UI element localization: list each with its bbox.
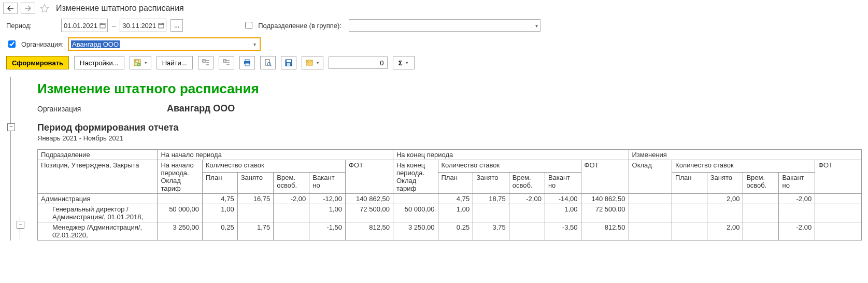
report-org-value: Авангард ООО bbox=[167, 103, 235, 114]
table-row[interactable]: Менеджер /Администрация/, 02.01.2020,3 2… bbox=[38, 222, 862, 240]
period-separator: – bbox=[112, 22, 116, 30]
tree-gutter: − − bbox=[0, 77, 31, 240]
arrow-right-icon bbox=[24, 5, 32, 11]
th-busy: Занято bbox=[473, 172, 509, 193]
save-variant-button[interactable]: ▾ bbox=[130, 56, 151, 69]
settings-button[interactable]: Настройки... bbox=[74, 56, 124, 69]
star-icon bbox=[40, 4, 49, 13]
chevron-down-icon[interactable]: ▾ bbox=[249, 38, 260, 50]
th-plan: План bbox=[202, 172, 237, 193]
favorite-button[interactable] bbox=[38, 2, 51, 15]
organization-combo[interactable]: Авангард ООО ▾ bbox=[68, 37, 261, 51]
th-position: Позиция, Утверждена, Закрыта bbox=[38, 160, 158, 194]
svg-rect-0 bbox=[100, 23, 105, 28]
organization-value: Авангард ООО bbox=[71, 40, 120, 48]
collapse-all-button[interactable] bbox=[219, 56, 234, 69]
print-button[interactable] bbox=[239, 56, 255, 69]
th-busy: Занято bbox=[237, 172, 274, 193]
send-button[interactable]: ▾ bbox=[302, 56, 323, 69]
th-end-period: На конец периода bbox=[393, 150, 629, 160]
th-temp: Врем. освоб. bbox=[509, 172, 545, 193]
th-count: Количество ставок bbox=[672, 160, 815, 173]
organization-checkbox[interactable] bbox=[8, 40, 16, 48]
th-fot: ФОТ bbox=[581, 160, 629, 194]
table-row[interactable]: Администрация4,7516,75-2,00-12,00140 862… bbox=[38, 194, 862, 204]
th-plan: План bbox=[672, 172, 707, 193]
back-button[interactable] bbox=[3, 3, 18, 14]
calendar-icon[interactable] bbox=[158, 22, 164, 29]
th-salary: Оклад bbox=[629, 160, 672, 194]
report-table: Подразделение На начало периода На конец… bbox=[37, 149, 862, 240]
floppy-icon bbox=[285, 59, 292, 66]
svg-rect-22 bbox=[245, 60, 249, 61]
chevron-down-icon: ▾ bbox=[406, 60, 408, 65]
report-period-text: Январь 2021 - Ноябрь 2021 bbox=[37, 134, 862, 142]
calendar-icon[interactable] bbox=[99, 22, 106, 29]
print-icon bbox=[244, 59, 251, 66]
th-fot: ФОТ bbox=[815, 160, 862, 194]
th-busy: Занято bbox=[707, 172, 743, 193]
save-button[interactable] bbox=[281, 56, 296, 69]
period-label: Период: bbox=[6, 22, 57, 30]
preview-button[interactable] bbox=[260, 56, 276, 69]
svg-rect-4 bbox=[159, 23, 164, 28]
th-count: Количество ставок bbox=[202, 160, 345, 173]
date-from-input[interactable]: 01.01.2021 bbox=[61, 19, 108, 32]
page-magnify-icon bbox=[264, 59, 272, 66]
subdivision-label: Подразделение (в группе): bbox=[258, 22, 341, 30]
svg-rect-29 bbox=[287, 60, 291, 62]
th-count: Количество ставок bbox=[438, 160, 581, 173]
th-start-period: На начало периода bbox=[158, 150, 393, 160]
expand-all-button[interactable] bbox=[198, 56, 214, 69]
report-org-label: Организация bbox=[37, 105, 167, 113]
th-vacant: Вакант но bbox=[309, 172, 346, 193]
chevron-down-icon: ▾ bbox=[535, 23, 538, 29]
th-start-tarif: На начало периода. Оклад тариф bbox=[158, 160, 203, 194]
th-vacant: Вакант но bbox=[545, 172, 581, 193]
tree-collapse-button[interactable]: − bbox=[7, 123, 15, 131]
th-plan: План bbox=[438, 172, 473, 193]
th-fot: ФОТ bbox=[346, 160, 393, 194]
find-button[interactable]: Найти... bbox=[156, 56, 193, 69]
table-row[interactable]: Генеральный директор /Администрация/, 01… bbox=[38, 204, 862, 222]
collapse-tree-icon bbox=[223, 59, 230, 66]
tree-collapse-button[interactable]: − bbox=[17, 221, 24, 229]
subdivision-checkbox[interactable] bbox=[245, 22, 252, 29]
page-title: Изменение штатного расписания bbox=[56, 4, 184, 13]
date-from-value: 01.01.2021 bbox=[64, 22, 97, 30]
sum-button[interactable]: Σ ▾ bbox=[393, 56, 415, 69]
forward-button[interactable] bbox=[21, 3, 35, 14]
th-subdivision: Подразделение bbox=[38, 150, 158, 160]
th-changes: Изменения bbox=[629, 150, 861, 160]
date-to-input[interactable]: 30.11.2021 bbox=[120, 19, 166, 32]
svg-rect-30 bbox=[287, 63, 290, 66]
subdivision-combo[interactable]: ▾ bbox=[349, 19, 540, 32]
th-temp: Врем. освоб. bbox=[274, 172, 309, 193]
chevron-down-icon: ▾ bbox=[317, 60, 319, 65]
th-vacant: Вакант но bbox=[779, 172, 815, 193]
chevron-down-icon: ▾ bbox=[145, 60, 147, 65]
sigma-icon: Σ bbox=[399, 59, 403, 67]
organization-label: Организация: bbox=[21, 40, 64, 48]
report-period-title: Период формирования отчета bbox=[37, 122, 862, 133]
th-end-tarif: На конец периода. Оклад тариф bbox=[393, 160, 438, 194]
svg-rect-24 bbox=[245, 63, 249, 66]
date-to-value: 30.11.2021 bbox=[122, 22, 156, 30]
report-title: Изменение штатного расписания bbox=[37, 81, 862, 97]
floppy-plus-icon bbox=[134, 59, 141, 66]
svg-rect-9 bbox=[135, 60, 138, 62]
number-input[interactable] bbox=[329, 56, 388, 69]
expand-tree-icon bbox=[202, 59, 209, 66]
th-temp: Врем. освоб. bbox=[743, 172, 779, 193]
generate-button[interactable]: Сформировать bbox=[6, 56, 69, 69]
svg-line-27 bbox=[270, 65, 272, 66]
arrow-left-icon bbox=[7, 5, 14, 11]
envelope-icon bbox=[306, 60, 313, 66]
period-select-button[interactable]: ... bbox=[170, 19, 183, 32]
